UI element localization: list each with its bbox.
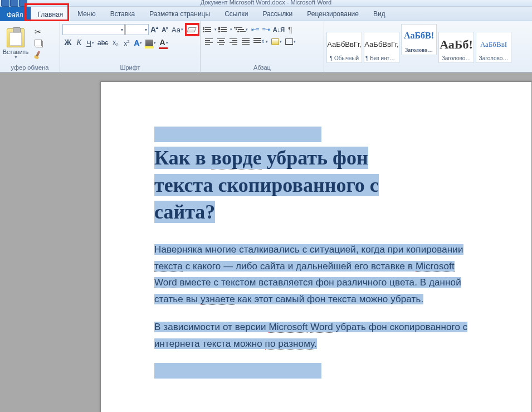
justify-button[interactable]: [240, 37, 252, 46]
copy-icon: [33, 38, 43, 47]
decrease-indent-icon: ⇤≡: [251, 26, 258, 33]
group-paragraph-label: Абзац: [203, 64, 321, 72]
shading-icon: [271, 38, 279, 45]
selected-empty-block: [154, 363, 321, 379]
page[interactable]: Как в ворде убрать фон текста скопирован…: [100, 81, 532, 412]
style-heading2[interactable]: АаБб! Заголово…: [438, 32, 474, 63]
font-color-icon: A: [159, 38, 165, 48]
document-viewport[interactable]: Как в ворде убрать фон текста скопирован…: [0, 72, 532, 412]
tab-menu[interactable]: Меню: [70, 7, 103, 21]
show-hide-button[interactable]: ¶: [286, 24, 294, 35]
font-family-combo[interactable]: ▾: [62, 24, 125, 35]
style-name: Заголово…: [477, 55, 510, 61]
heading-text: текста скопированного с: [154, 174, 379, 196]
chevron-down-icon: ▾: [294, 40, 296, 44]
highlight-icon: [145, 40, 153, 47]
grow-font-icon: A▴: [150, 25, 158, 34]
style-preview: АаБбВ!: [404, 26, 434, 46]
align-center-icon: [217, 38, 226, 45]
chevron-down-icon: ▾: [121, 27, 123, 32]
grow-font-button[interactable]: A▴: [149, 24, 160, 35]
cut-button[interactable]: ✂: [31, 26, 45, 37]
shading-button[interactable]: ▾: [270, 37, 284, 46]
subscript-icon: x2: [113, 38, 118, 47]
bold-button[interactable]: Ж: [62, 37, 74, 49]
window-title-bar: Документ Microsoft Word.docx - Microsoft…: [0, 0, 532, 7]
chevron-down-icon: ▾: [280, 40, 282, 44]
align-center-button[interactable]: [215, 37, 227, 46]
superscript-button[interactable]: x2: [121, 37, 132, 49]
chevron-down-icon: ▾: [230, 27, 232, 32]
align-left-icon: [204, 38, 213, 45]
copy-button[interactable]: [31, 37, 45, 49]
tab-insert[interactable]: Вставка: [103, 7, 143, 21]
chevron-down-icon: ▾: [154, 41, 156, 45]
subscript-button[interactable]: x2: [110, 37, 121, 49]
tab-references[interactable]: Ссылки: [217, 7, 255, 21]
text-effects-icon: A: [134, 38, 139, 47]
paste-label: Вставить: [3, 49, 29, 55]
style-preview: АаБбВвГг,: [327, 33, 361, 55]
style-preview: АаБбВвГг,: [364, 33, 398, 55]
font-size-combo[interactable]: ▾: [125, 24, 149, 35]
style-heading1[interactable]: АаБбВ! Заголово…: [401, 24, 437, 55]
chevron-down-icon: ▾: [181, 27, 183, 32]
decrease-indent-button[interactable]: ⇤≡: [250, 25, 260, 35]
font-color-button[interactable]: A▾: [158, 37, 169, 49]
style-normal[interactable]: АаБбВвГг, ¶ Обычный: [326, 32, 362, 63]
sort-button[interactable]: А↓Я: [271, 25, 286, 34]
eraser-icon: [187, 26, 197, 33]
italic-button[interactable]: К: [74, 37, 85, 49]
bullets-button[interactable]: ▾: [203, 25, 218, 35]
borders-icon: [285, 38, 293, 45]
chevron-down-icon: ▾: [140, 41, 142, 45]
increase-indent-button[interactable]: ≡⇥: [260, 25, 271, 35]
strikethrough-button[interactable]: abc: [96, 37, 110, 49]
group-font: ▾ ▾ A▴ A▾ Aa▾ Ж К Ч▾ abc x2 x2 A▾ ▾ A▾ Ш…: [60, 21, 201, 72]
change-case-button[interactable]: Aa▾: [170, 25, 185, 35]
style-no-spacing[interactable]: АаБбВвГг, ¶ Без инте…: [364, 32, 399, 63]
ribbon-tabs: Файл Главная Меню Вставка Разметка стран…: [0, 7, 532, 21]
style-preview: АаБб!: [440, 33, 472, 55]
line-spacing-button[interactable]: ⇕▾: [252, 37, 270, 46]
format-painter-button[interactable]: [31, 49, 45, 60]
group-clipboard-label: уфер обмена: [2, 64, 57, 72]
multilevel-icon: [236, 26, 245, 34]
tab-file[interactable]: Файл: [0, 7, 31, 21]
chevron-down-icon: ▼: [14, 55, 18, 59]
line-spacing-icon: [253, 38, 261, 45]
document-paragraph: В зависимости от версии Microsoft Word у…: [154, 319, 478, 352]
multilevel-list-button[interactable]: ▾: [234, 25, 250, 35]
style-preview: АаБбВвІ: [480, 33, 507, 55]
tab-home[interactable]: Главная: [31, 7, 71, 22]
align-right-button[interactable]: [227, 37, 240, 46]
borders-button[interactable]: ▾: [284, 37, 297, 46]
pilcrow-icon: ¶: [288, 25, 292, 34]
tab-review[interactable]: Рецензирование: [300, 7, 366, 21]
justify-icon: [241, 38, 250, 45]
document-heading: Как в ворде убрать фон текста скопирован…: [154, 144, 478, 226]
underline-button[interactable]: Ч▾: [85, 37, 96, 49]
document-paragraph: Наверняка многие сталкивались с ситуацие…: [154, 241, 478, 308]
chevron-down-icon: ▾: [92, 41, 94, 45]
tab-view[interactable]: Вид: [366, 7, 393, 21]
document-content[interactable]: Как в ворде убрать фон текста скопирован…: [154, 127, 478, 379]
numbering-icon: [220, 26, 230, 34]
align-left-button[interactable]: [203, 37, 215, 46]
strikethrough-icon: abc: [97, 39, 108, 47]
style-heading3[interactable]: АаБбВвІ Заголово…: [476, 32, 511, 63]
tab-page-layout[interactable]: Разметка страницы: [142, 7, 217, 21]
text-effects-button[interactable]: A▾: [132, 37, 144, 49]
superscript-icon: x2: [124, 39, 129, 47]
group-styles: АаБбВвГг, ¶ Обычный АаБбВвГг, ¶ Без инте…: [324, 21, 532, 72]
clear-formatting-button[interactable]: [185, 25, 198, 35]
ribbon: Вставить ▼ ✂ уфер обмена ▾ ▾ A▴ A▾ Aa▾ Ж: [0, 21, 532, 72]
shrink-font-button[interactable]: A▾: [160, 25, 170, 34]
sort-icon: А↓Я: [273, 26, 285, 33]
align-right-icon: [229, 38, 238, 45]
highlight-color-button[interactable]: ▾: [144, 37, 158, 49]
paste-button[interactable]: Вставить ▼: [2, 27, 29, 59]
heading-text: сайта?: [154, 201, 215, 223]
tab-mailings[interactable]: Рассылки: [255, 7, 300, 21]
numbering-button[interactable]: ▾: [218, 25, 234, 35]
